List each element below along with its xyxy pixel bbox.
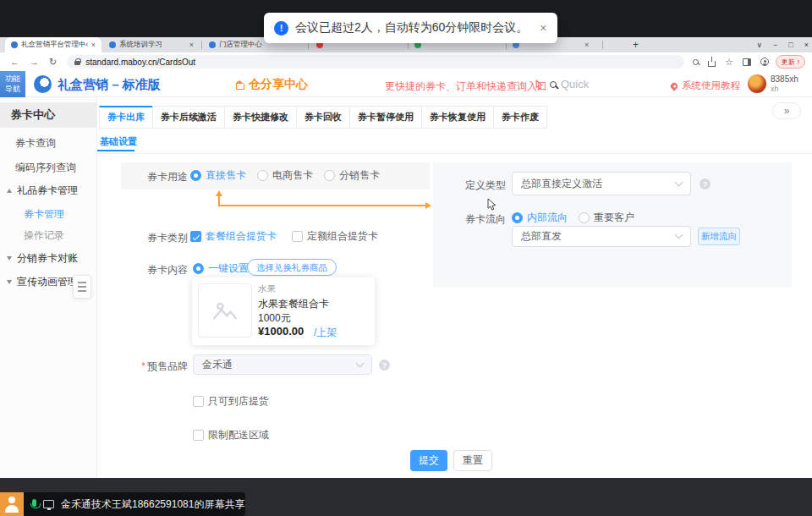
reload-icon[interactable]: ↻ (49, 57, 57, 68)
quick-entry-promo-text: 更快捷的券卡、订单和快递查询入口 (385, 80, 547, 94)
window-close-button[interactable]: × (804, 41, 809, 49)
zoom-icon[interactable] (693, 59, 699, 65)
app-title: 礼盒营销 – 标准版 (58, 77, 161, 93)
checkbox-label: 定额组合提货卡 (307, 229, 378, 244)
category-label: 券卡类别 (97, 231, 188, 245)
brand-label: *预售品牌 (97, 360, 188, 374)
tab-card-void[interactable]: 券卡作废 (493, 106, 547, 129)
sidebar-group-gift-card-mgmt[interactable]: 礼品券卡管理 (7, 184, 78, 198)
address-bar[interactable]: standard.maboy.cn/CardsOut (67, 55, 684, 69)
reset-button[interactable]: 重置 (453, 450, 492, 471)
flow-arrow-right-head (425, 202, 431, 209)
browser-tab-label: 礼盒营销平台管理中心 (21, 40, 88, 50)
sidebar-group-promo-animation[interactable]: 宣传动画管理 (7, 275, 78, 289)
browser-update-button[interactable]: 更新 ! (776, 55, 805, 69)
pointer-hand-icon (534, 79, 544, 94)
radio-direct-sale[interactable]: 直接售卡 (190, 168, 246, 183)
define-type-help-icon[interactable]: ? (700, 178, 710, 189)
forward-icon[interactable]: → (30, 57, 39, 67)
meeting-toast: ! 会议已超过2人，自动转为60分钟限时会议。 × (264, 13, 557, 43)
share-icon[interactable] (708, 61, 716, 67)
subtab-active-underline (97, 150, 134, 151)
product-status-link[interactable]: /上架 (314, 326, 337, 340)
sidebar-group-label: 礼品券卡管理 (17, 184, 78, 198)
chevron-down-icon (675, 178, 683, 186)
sidebar-group-label: 宣传动画管理 (17, 275, 78, 289)
radio-distribution-sale[interactable]: 分销售卡 (324, 168, 380, 183)
add-flow-button[interactable]: 新增流向 (698, 228, 740, 245)
tab-card-recycle[interactable]: 券卡回收 (296, 106, 350, 129)
browser-tab-training[interactable]: 系统培训学习 × (103, 37, 200, 52)
profile-icon[interactable] (760, 58, 769, 66)
checkbox-fixed-amount-card[interactable]: 定额组合提货卡 (292, 229, 378, 244)
main-content: 券卡出库 券卡后续激活 券卡快捷修改 券卡回收 券卡暂停使用 券卡恢复使用 券卡… (97, 97, 812, 478)
subtab-basic-settings[interactable]: 基础设置 (100, 135, 137, 148)
browser-tab-gift-admin[interactable]: 礼盒营销平台管理中心 × (5, 37, 102, 52)
content-radio[interactable]: 一键设置 (193, 261, 249, 276)
radio-ecommerce-sale[interactable]: 电商售卡 (257, 168, 313, 183)
user-subname: xh (771, 85, 779, 93)
tab-close-icon[interactable]: × (189, 41, 194, 49)
share-center-link[interactable]: 仓分享中心 (236, 77, 308, 92)
sidebar-item-card-query[interactable]: 券卡查询 (15, 136, 56, 151)
radio-checked-icon (512, 212, 523, 223)
window-maximize-button[interactable]: □ (788, 41, 793, 49)
collapse-panel-button[interactable]: » (772, 102, 801, 119)
user-name: 8385xh (771, 74, 798, 84)
flow-select[interactable]: 总部直发 (512, 226, 691, 247)
window-controls: ∨ − □ × (756, 37, 809, 52)
sidebar-item-code-sequence-query[interactable]: 编码序列查询 (15, 161, 76, 175)
browser-menu-icon[interactable]: ∨ (756, 41, 762, 49)
participant-icon[interactable] (0, 492, 24, 516)
brand-label-text: 预售品牌 (147, 360, 188, 372)
radio-label: 一键设置 (208, 261, 249, 276)
tutorial-label: 系统使用教程 (682, 80, 740, 92)
usage-radio-group: 直接售卡 电商售卡 分销售卡 (190, 168, 380, 183)
tab-close-icon[interactable]: × (91, 41, 96, 49)
usage-label: 券卡用途 (97, 170, 188, 184)
tab-card-followup-activate[interactable]: 券卡后续激活 (152, 106, 225, 129)
tab-favicon (11, 41, 18, 48)
sidebar-item-card-management[interactable]: 券卡管理 (24, 207, 64, 222)
tab-favicon (109, 41, 116, 48)
radio-internal-flow[interactable]: 内部流向 (512, 211, 568, 225)
product-spec: 1000元 (258, 311, 291, 326)
sidebar-group-distribution-reconcile[interactable]: 分销券卡对账 (7, 251, 78, 266)
choose-gift-products-button[interactable]: 选择兑换礼券商品 (247, 259, 337, 276)
app-logo-icon (34, 75, 52, 93)
user-avatar[interactable] (748, 74, 766, 93)
checkbox-store-pickup-only[interactable]: 只可到店提货 (193, 394, 269, 409)
checkbox-combo-pickup-card[interactable]: 套餐组合提货卡 (190, 229, 277, 244)
checkbox-limit-delivery-area[interactable]: 限制配送区域 (193, 428, 269, 442)
define-type-select[interactable]: 总部直接定义激活 (512, 172, 691, 195)
update-bang: ! (798, 58, 799, 66)
radio-vip-customer[interactable]: 重要客户 (579, 211, 634, 225)
sidebar-item-operation-log[interactable]: 操作记录 (24, 228, 64, 243)
tab-card-outbound[interactable]: 券卡出库 (99, 106, 153, 129)
nav-toggle-line1: 功能 (5, 74, 20, 84)
brand-select[interactable]: 金禾通 (193, 354, 372, 375)
new-tab-button[interactable]: + (633, 39, 639, 51)
submit-button[interactable]: 提交 (410, 450, 447, 471)
flow-select-value: 总部直发 (521, 229, 676, 244)
expand-arrow-icon (7, 280, 12, 284)
flow-arrow-horizontal (218, 205, 425, 206)
window-minimize-button[interactable]: − (773, 41, 777, 49)
brand-help-icon[interactable]: ? (379, 360, 390, 371)
toast-close-icon[interactable]: × (540, 21, 546, 35)
product-image-placeholder (198, 283, 252, 338)
reading-list-icon[interactable] (743, 58, 751, 66)
tab-card-resume[interactable]: 券卡恢复使用 (421, 106, 494, 129)
tutorial-link[interactable]: 系统使用教程 (671, 80, 740, 92)
bookmark-star-icon[interactable]: ☆ (725, 58, 733, 67)
microphone-icon[interactable] (32, 499, 36, 507)
back-icon[interactable]: ← (10, 57, 19, 67)
function-nav-toggle[interactable]: 功能 导航 (0, 71, 25, 97)
sidebar-drag-handle[interactable] (73, 275, 91, 299)
quick-search[interactable]: Quick (550, 78, 589, 91)
tab-close-icon[interactable]: × (584, 41, 589, 49)
tab-card-suspend[interactable]: 券卡暂停使用 (349, 106, 422, 129)
app-header: 功能 导航 礼盒营销 – 标准版 仓分享中心 更快捷的券卡、订单和快递查询入口 … (0, 71, 812, 97)
tab-card-quick-edit[interactable]: 券卡快捷修改 (224, 106, 297, 129)
radio-icon (324, 170, 335, 181)
